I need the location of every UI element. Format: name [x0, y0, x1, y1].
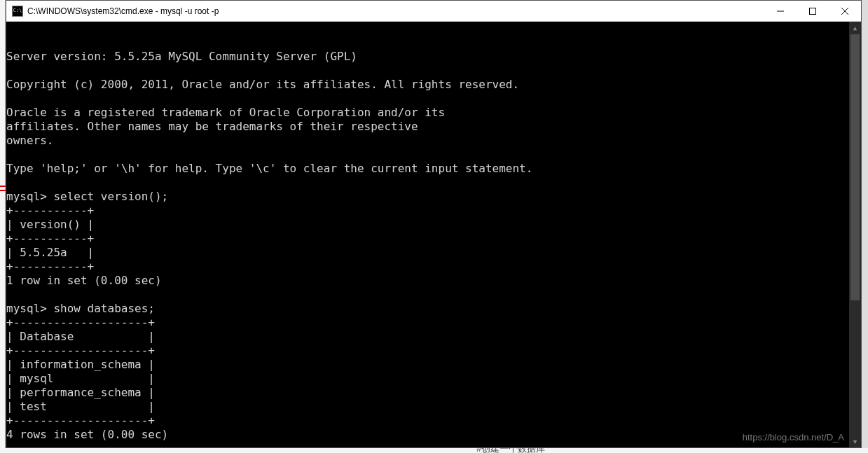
- minimize-button[interactable]: [764, 1, 797, 21]
- svg-rect-1: [810, 8, 816, 14]
- bottom-background-edge: #创建一个数据库: [0, 448, 868, 453]
- scroll-down-arrow[interactable]: ▼: [849, 435, 861, 447]
- close-button[interactable]: [829, 1, 861, 21]
- left-background-edge: [0, 0, 6, 453]
- maximize-button[interactable]: [797, 1, 829, 21]
- scrollbar-thumb[interactable]: [850, 34, 860, 300]
- vertical-scrollbar[interactable]: ▲ ▼: [849, 22, 861, 447]
- terminal-area[interactable]: Server version: 5.5.25a MySQL Community …: [6, 22, 861, 447]
- window-title: C:\WINDOWS\system32\cmd.exe - mysql -u r…: [27, 6, 764, 16]
- titlebar[interactable]: C:\ C:\WINDOWS\system32\cmd.exe - mysql …: [6, 1, 861, 22]
- cmd-window: C:\ C:\WINDOWS\system32\cmd.exe - mysql …: [6, 0, 862, 448]
- cmd-icon: C:\: [12, 6, 23, 17]
- terminal-output: Server version: 5.5.25a MySQL Community …: [6, 50, 861, 447]
- scroll-up-arrow[interactable]: ▲: [849, 22, 861, 34]
- window-controls: [764, 1, 861, 21]
- left-red-marks: [0, 186, 6, 198]
- watermark-text: https://blog.csdn.net/D_A: [743, 431, 844, 445]
- right-background-edge: [862, 0, 868, 453]
